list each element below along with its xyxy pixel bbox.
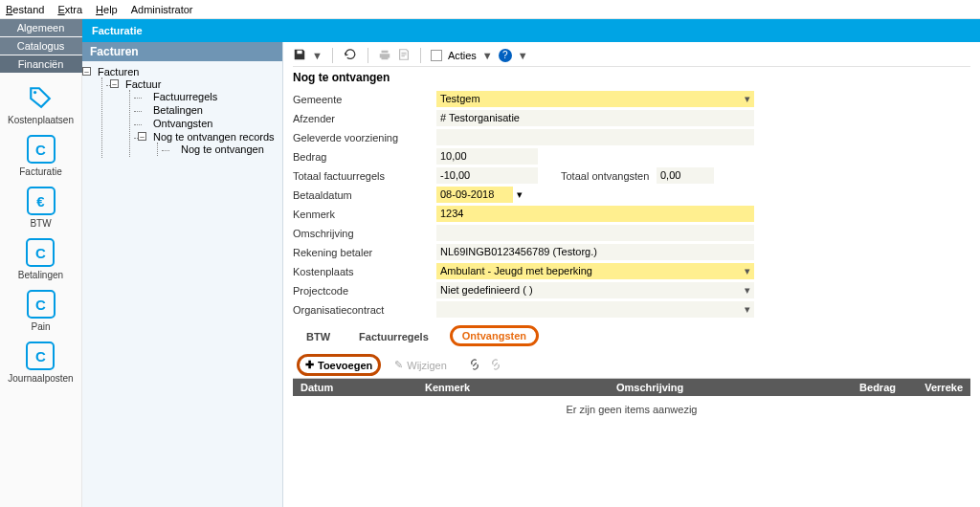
nav-betalingen[interactable]: C Betalingen xyxy=(18,238,63,280)
toevoegen-button[interactable]: ✚ Toevoegen xyxy=(297,354,381,376)
col-omschrijving[interactable]: Omschrijving xyxy=(609,379,827,396)
tree-node-factuur[interactable]: Factuur xyxy=(125,78,161,90)
field-afzender: # Testorganisatie xyxy=(436,110,754,126)
field-totaal-ontvangsten: 0,00 xyxy=(657,167,714,184)
value-orgcontract xyxy=(436,301,741,318)
report-icon[interactable] xyxy=(397,48,411,63)
nav-label: Journaalposten xyxy=(8,373,73,384)
menu-administrator[interactable]: Administrator xyxy=(131,4,193,15)
tree-toggle[interactable]: – xyxy=(110,79,119,88)
undo-icon[interactable] xyxy=(343,48,358,63)
chevron-down-icon[interactable]: ▾ xyxy=(517,188,523,201)
chevron-down-icon[interactable]: ▾ xyxy=(741,265,754,277)
record-title: Nog te ontvangen xyxy=(293,71,970,84)
nav-label: Betalingen xyxy=(18,270,63,280)
pain-icon: C xyxy=(27,290,56,319)
field-orgcontract[interactable]: ▾ xyxy=(436,301,754,318)
col-verreke[interactable]: Verreke xyxy=(903,379,970,396)
wijzigen-button[interactable]: ✎ Wijzigen xyxy=(389,357,453,373)
sidebar-tab-catalogus[interactable]: Catalogus xyxy=(0,37,82,55)
nav-label: Facturatie xyxy=(19,166,61,177)
checkbox-icon[interactable] xyxy=(431,50,442,61)
nav-label: BTW xyxy=(30,218,51,229)
label-totaal-ontvangsten: Totaal ontvangsten xyxy=(561,170,657,182)
value-projectcode: Niet gedefinieerd ( ) xyxy=(436,282,741,298)
col-kenmerk[interactable]: Kenmerk xyxy=(417,379,609,396)
chevron-down-icon[interactable]: ▾ xyxy=(741,303,754,316)
tree-header: Facturen xyxy=(82,42,282,61)
grid-empty-text: Er zijn geen items aanwezig xyxy=(567,404,698,415)
toevoegen-label: Toevoegen xyxy=(318,360,372,371)
subtab-factuurregels[interactable]: Factuurregels xyxy=(351,327,436,346)
menu-extra[interactable]: Extra xyxy=(57,4,82,15)
col-bedrag[interactable]: Bedrag xyxy=(827,379,903,396)
tag-icon xyxy=(26,83,55,112)
field-kostenplaats[interactable]: Ambulant - Jeugd met beperking ▾ xyxy=(436,263,754,279)
chevron-down-icon[interactable]: ▼ xyxy=(482,50,493,61)
plus-icon: ✚ xyxy=(305,359,314,371)
label-omschrijving: Omschrijving xyxy=(293,228,436,239)
field-kenmerk[interactable]: 1234 xyxy=(436,206,754,222)
subtab-btw[interactable]: BTW xyxy=(299,327,338,346)
chevron-down-icon[interactable]: ▼ xyxy=(518,50,528,61)
nav-journaalposten[interactable]: C Journaalposten xyxy=(8,342,73,384)
subtab-ontvangsten[interactable]: Ontvangsten xyxy=(450,325,539,346)
payment-icon: C xyxy=(26,238,55,267)
tree-node-ontvangsten[interactable]: Ontvangsten xyxy=(153,118,212,129)
field-totaal-factuurregels: -10,00 xyxy=(436,167,538,184)
wijzigen-label: Wijzigen xyxy=(407,360,447,371)
value-gemeente: Testgem xyxy=(436,91,741,107)
field-bedrag: 10,00 xyxy=(436,148,538,165)
link-icon[interactable] xyxy=(468,358,481,373)
page-title-bar: Facturatie xyxy=(82,19,980,42)
print-icon[interactable] xyxy=(378,48,391,63)
sidebar-tab-financien[interactable]: Financiën xyxy=(0,55,82,73)
col-datum[interactable]: Datum xyxy=(293,379,417,396)
tree-node-nog-leaf[interactable]: Nog te ontvangen xyxy=(181,143,264,155)
svg-point-0 xyxy=(33,91,36,94)
label-kenmerk: Kenmerk xyxy=(293,209,436,220)
label-voorziening: Geleverde voorziening xyxy=(293,132,436,143)
menu-bestand[interactable]: Bestand xyxy=(6,4,44,15)
label-afzender: Afzender xyxy=(293,113,436,124)
subtoolbar: ✚ Toevoegen ✎ Wijzigen xyxy=(293,352,970,379)
label-kostenplaats: Kostenplaats xyxy=(293,266,436,277)
nav-label: Kostenplaatsen xyxy=(8,115,74,125)
field-gemeente[interactable]: Testgem ▾ xyxy=(436,91,754,107)
tree-node-betalingen[interactable]: Betalingen xyxy=(153,104,203,116)
save-icon[interactable] xyxy=(293,48,306,63)
editor-panel: ▼ Acties ▼ ? xyxy=(283,42,980,507)
nav-pain[interactable]: C Pain xyxy=(27,290,56,332)
value-kostenplaats: Ambulant - Jeugd met beperking xyxy=(436,263,741,279)
chevron-down-icon[interactable]: ▾ xyxy=(741,284,754,297)
subtabs: BTW Factuurregels Ontvangsten xyxy=(293,325,970,346)
editor-toolbar: ▼ Acties ▼ ? xyxy=(293,46,970,67)
grid-header: Datum Kenmerk Omschrijving Bedrag Verrek… xyxy=(293,379,970,396)
nav-kostenplaatsen[interactable]: Kostenplaatsen xyxy=(8,83,74,125)
unlink-icon[interactable] xyxy=(489,358,502,373)
acties-button[interactable]: Acties xyxy=(448,50,477,61)
field-betaaldatum[interactable]: 08-09-2018 xyxy=(436,187,513,203)
label-totaal-factuurregels: Totaal factuurregels xyxy=(293,170,436,182)
tree: – Facturen – Factuur Factuurregels Betal… xyxy=(82,61,282,163)
field-voorziening xyxy=(436,129,754,145)
help-icon[interactable]: ? xyxy=(499,49,512,62)
sidebar-tab-algemeen[interactable]: Algemeen xyxy=(0,19,82,36)
euro-icon: € xyxy=(27,187,56,215)
tree-node-facturen[interactable]: Facturen xyxy=(98,66,139,77)
tree-node-nog-records[interactable]: Nog te ontvangen records xyxy=(153,131,275,143)
nav-facturatie[interactable]: C Facturatie xyxy=(19,135,61,177)
nav-btw[interactable]: € BTW xyxy=(27,187,56,229)
label-bedrag: Bedrag xyxy=(293,151,436,163)
tree-panel: Facturen – Facturen – Factuur Fa xyxy=(82,42,283,507)
tree-node-factuurregels[interactable]: Factuurregels xyxy=(153,91,217,102)
chevron-down-icon[interactable]: ▾ xyxy=(741,93,754,105)
field-rekening: NL69INGB0123456789 (Testorg.) xyxy=(436,244,754,260)
field-omschrijving[interactable] xyxy=(436,225,754,241)
field-projectcode[interactable]: Niet gedefinieerd ( ) ▾ xyxy=(436,282,754,298)
tree-toggle[interactable]: – xyxy=(82,67,91,76)
menu-help[interactable]: Help xyxy=(96,4,118,15)
grid-body: Er zijn geen items aanwezig xyxy=(293,396,970,507)
save-dropdown-icon[interactable]: ▼ xyxy=(312,50,323,61)
tree-toggle[interactable]: – xyxy=(138,132,146,141)
